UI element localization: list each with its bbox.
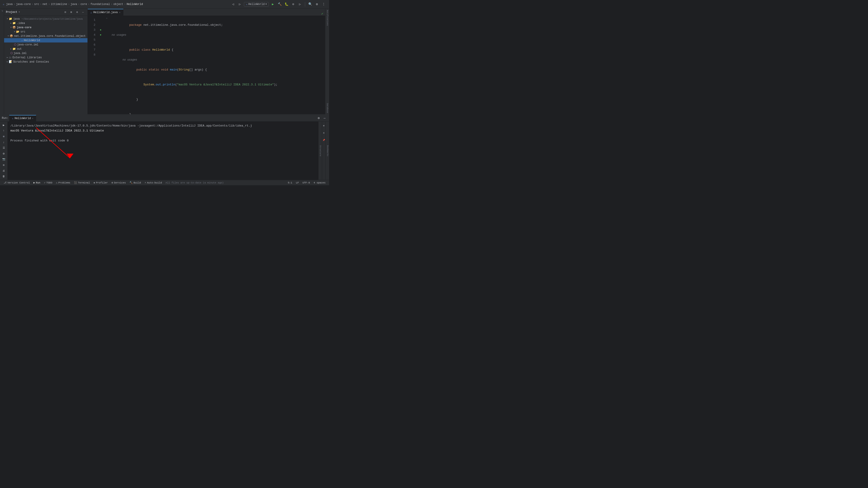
run-config-label: HelloWorld [248,3,265,6]
more-run-icon[interactable]: ▷ [297,2,303,7]
code-editor[interactable]: package net.ittimeline.java.core.foundat… [109,16,325,114]
code-line-7: } [112,107,322,114]
code-line-3: public class HelloWorld { [112,42,322,57]
run-gutter: ▶ ▶ [99,16,104,114]
line-num-2: 2 [88,23,97,28]
editor-content: 1 2 3 4 5 6 7 8 ▶ ▶ [88,16,325,114]
titlebar: ☕ java › java-core › src › net › ittimel… [0,0,329,8]
tree-item-java-iml[interactable]: ⬡ java.iml [4,51,88,55]
status-terminal[interactable]: ⬛ Terminal [72,180,92,185]
chevron-icon: ▶ [10,48,11,50]
coverage-button[interactable]: ⊙ [290,2,296,7]
tree-item-java[interactable]: ▼ 📁 java ~/Documents/projects/java/ittim… [4,17,88,21]
tree-item-src[interactable]: ▼ 📂 src [4,30,88,34]
settings-icon[interactable]: ⚙ [314,2,320,7]
status-line-ending[interactable]: LF [294,182,301,184]
tree-item-idea[interactable]: ▶ 📁 .idea [4,21,88,25]
settings-icon[interactable]: ⚙ [1,151,7,156]
run-tab-icon: ☕ [12,117,13,120]
run-panel-minimize-icon[interactable]: — [322,116,327,121]
tree-item-package[interactable]: ▼ 📦 net.ittimeline.java.core.foundationa… [4,34,88,38]
run-tab-close-icon[interactable]: ✕ [32,117,33,120]
run-gutter-4[interactable]: ▶ [99,33,103,37]
run-config-icon: ☕ [246,3,248,6]
project-icon: ☕ [3,2,4,6]
close-panel-icon[interactable]: — [80,9,86,15]
tree-item-java-core[interactable]: ▼ 📦 java-core [4,25,88,30]
status-services[interactable]: ⚙ Services [110,180,127,185]
status-version-control[interactable]: ⎇ Version Control [2,180,32,185]
status-indent[interactable]: 4 spaces [312,182,327,184]
more-actions-icon[interactable]: ⋮ [321,2,327,7]
chevron-icon: ▼ [8,35,9,37]
layout-icon[interactable]: ⊞ [1,162,7,167]
status-profiler[interactable]: ◈ Profiler [92,180,110,185]
build-button[interactable]: 🔨 [277,2,282,7]
run-panel-settings-icon[interactable]: ⚙ [316,116,321,121]
tab-helloworld[interactable]: ☕ HelloWorld.java ✕ [88,9,123,15]
scroll-up-icon[interactable]: ↑ [1,128,7,133]
todo-icon: ✓ [44,181,45,184]
run-config-selector[interactable]: ☕ HelloWorld ▼ [244,2,269,6]
expand-all-icon[interactable]: ⊞ [68,9,74,15]
navigate-back-icon[interactable]: ◁ [230,2,236,7]
services-icon: ⚙ [112,181,113,184]
status-problems[interactable]: ⚠ Problems [54,180,72,185]
filter-icon[interactable]: ☰ [1,145,7,151]
build-icon: 🔨 [129,181,133,184]
tree-item-scratches[interactable]: ▶ 📝 Scratches and Consoles [4,60,88,64]
debug-button[interactable]: 🐛 [284,2,289,7]
line-num-5: 5 [88,37,97,42]
run-gutter-3[interactable]: ▶ [99,28,103,33]
screenshot-icon[interactable]: 📷 [1,157,7,162]
collapse-all-icon[interactable]: ⊟ [63,9,68,15]
run-panel-header: Run: ☕ HelloWorld ✕ ⚙ — [0,115,329,122]
notifications-tab[interactable]: Notifications [326,8,329,27]
annotation-gutter-6: ○ [104,16,109,21]
editor-tabs: ☕ HelloWorld.java ✕ ✓ [88,8,325,16]
tree-item-out[interactable]: ▶ 📁 out [4,47,88,51]
run-label: Run: [2,117,9,120]
annotation-gutter: ○ [104,16,109,114]
chevron-icon: ▶ [7,61,8,63]
project-panel-header: Project ▼ ⊟ ⊞ ⚙ — [4,8,88,16]
chevron-icon: ▶ [10,22,11,24]
status-auto-build[interactable]: ⚡ Auto-build [143,180,164,185]
src-folder-icon: 📂 [16,30,20,33]
bookmarks-panel-toggle[interactable]: Bookmarks [326,122,329,180]
navigate-forward-icon[interactable]: ▷ [237,2,243,7]
tab-close-icon[interactable]: ✕ [119,11,121,14]
editor-area: ☕ HelloWorld.java ✕ ✓ 1 2 3 4 5 6 7 8 [88,8,325,114]
status-run[interactable]: ▶ Run [32,180,42,185]
iml-icon: ⬡ [14,43,16,46]
status-build[interactable]: 🔨 Build [128,180,143,185]
status-encoding[interactable]: UTF-8 [301,182,312,184]
status-right: 5:1 LF UTF-8 4 spaces [286,182,327,184]
run-gutter-7 [99,47,103,53]
chevron-icon: ▼ [10,26,11,29]
code-line-1: package net.ittimeline.java.core.foundat… [112,18,322,33]
tree-item-helloworld[interactable]: ☕ HelloWorld [4,38,88,42]
scroll-down-icon[interactable]: ↓ [1,140,7,145]
status-todo[interactable]: ✓ TODO [42,180,54,185]
stop-button[interactable]: ■ [1,134,7,139]
run-button[interactable]: ▶ [270,2,276,7]
search-everywhere-icon[interactable]: 🔍 [307,2,313,7]
profiler-icon: ◈ [94,181,95,184]
titlebar-actions: ◁ ▷ ☕ HelloWorld ▼ ▶ 🔨 🐛 ⊙ ▷ 🔍 ⚙ ⋮ [230,2,327,7]
print-icon[interactable]: 🖨 [1,168,7,173]
status-position[interactable]: 5:1 [286,182,294,184]
rerun-button[interactable]: ▶ [1,123,7,128]
statusbar: ⎇ Version Control ▶ Run ✓ TODO ⚠ Problem… [0,180,329,185]
iml-icon: ⬡ [10,52,13,55]
output-line-1: macOS Ventura &Java17&IntelliJ IDEA 2022… [10,128,315,133]
run-tab-helloworld[interactable]: ☕ HelloWorld ✕ [9,115,36,121]
clear-icon[interactable]: 🗑 [1,174,7,179]
panel-settings-icon[interactable]: ⚙ [74,9,80,15]
tree-item-external-libs[interactable]: ▶ 🗂 External Libraries [4,55,88,60]
chevron-icon: ▼ [7,18,8,20]
tree-item-java-core-iml[interactable]: ⬡ java-core.iml [4,42,88,47]
database-tab[interactable]: Database [326,102,329,114]
command-line: /Library/Java/JavaVirtualMachines/jdk-17… [10,123,315,128]
project-tree: ▼ 📁 java ~/Documents/projects/java/ittim… [4,16,88,114]
